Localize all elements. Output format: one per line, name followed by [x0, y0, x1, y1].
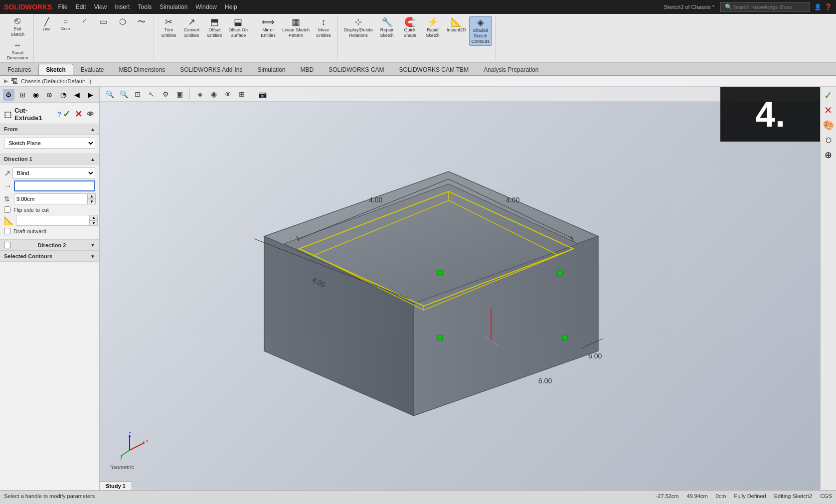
menu-edit[interactable]: Edit — [76, 3, 86, 10]
quick-snaps-button[interactable]: 🧲 QuickSnaps — [399, 16, 421, 40]
panel-icon-pie[interactable]: ◔ — [57, 89, 69, 101]
direction1-type-select[interactable]: Blind — [12, 168, 95, 178]
selected-contours-section-header[interactable]: Selected Contours ▼ — [0, 251, 99, 262]
repair-sketch-button[interactable]: 🔧 RepairSketch — [376, 16, 398, 40]
from-select[interactable]: Sketch Plane — [4, 138, 95, 149]
offset-entities-button[interactable]: ⬒ OffsetEntities — [204, 16, 226, 40]
vp-search-btn[interactable]: 🔍 — [104, 88, 116, 100]
exit-sketch-button[interactable]: ⎋ ExitSketch — [6, 14, 28, 39]
rapid-sketch-button[interactable]: ⚡ RapidSketch — [422, 16, 444, 40]
tab-analysis-prep[interactable]: Analysis Preparation — [476, 64, 546, 75]
flip-side-checkbox[interactable] — [4, 206, 10, 213]
menu-window[interactable]: Window — [195, 3, 217, 10]
vp-display-btn[interactable]: ▣ — [173, 88, 185, 100]
search-input[interactable] — [732, 4, 802, 10]
right-icon-plus[interactable]: ⊕ — [822, 149, 835, 162]
svg-line-27 — [130, 443, 145, 450]
depth-spinbox: 9.00cm ▲ ▼ — [14, 193, 96, 204]
rect-tool-button[interactable]: ▭ — [95, 16, 113, 27]
panel-icon-crosshair[interactable]: ⊕ — [44, 89, 55, 101]
svg-text:4.00: 4.00 — [506, 196, 519, 204]
viewport[interactable]: 🔍 🔍 ⊡ ↖ ⚙ ▣ ◈ ◉ 👁 ⊞ 📷 — [100, 87, 820, 490]
spline-tool-button[interactable]: 〜 — [133, 16, 151, 28]
depth-icon: ⇅ — [4, 195, 10, 203]
help-button[interactable]: ? — [57, 110, 61, 118]
user-icon[interactable]: 👤 — [814, 3, 822, 10]
menu-help[interactable]: Help — [225, 3, 237, 10]
preview-button[interactable]: 👁 — [85, 109, 95, 119]
smart-dimension-button[interactable]: ↔ SmartDimension — [5, 40, 30, 63]
menu-insert[interactable]: Insert — [115, 3, 130, 10]
vp-filter-btn[interactable]: ⊡ — [132, 88, 144, 100]
spin-down-button[interactable]: ▼ — [88, 199, 96, 204]
right-icon-check[interactable]: ✓ — [822, 89, 835, 102]
breadcrumb-arrow[interactable]: ▶ — [4, 78, 8, 84]
direction1-blue-input[interactable] — [14, 180, 95, 191]
help-icon-titlebar[interactable]: ❓ — [825, 3, 832, 10]
direction2-checkbox[interactable] — [4, 242, 10, 248]
panel-icon-properties[interactable]: ⚙ — [3, 89, 14, 101]
toolbar-group-mirror: ⟺ MirrorEntities ▦ Linear SketchPattern … — [254, 15, 338, 61]
instant2d-button[interactable]: 📐 Instant2D — [445, 16, 468, 34]
offset-surface-button[interactable]: ⬓ Offset OnSurface — [227, 16, 250, 40]
vp-select-btn[interactable]: ↖ — [146, 88, 158, 100]
tab-sw-cam-tbm[interactable]: SOLIDWORKS CAM TBM — [392, 64, 477, 75]
vp-render-btn[interactable]: ◉ — [208, 88, 220, 100]
tab-sw-cam[interactable]: SOLIDWORKS CAM — [321, 64, 391, 75]
line-tool-button[interactable]: ╱ Line — [38, 16, 56, 32]
search-bar[interactable]: 🔍 — [720, 2, 810, 12]
confirm-button[interactable]: ✓ — [61, 109, 71, 119]
panel-icon-grid[interactable]: ⊞ — [16, 89, 28, 101]
right-icon-cross[interactable]: ✕ — [822, 104, 835, 117]
menu-tools[interactable]: Tools — [138, 3, 152, 10]
tab-sketch[interactable]: Sketch — [38, 64, 73, 75]
draft-outward-checkbox[interactable] — [4, 228, 10, 234]
vp-camera-btn[interactable]: 📷 — [256, 88, 268, 100]
display-delete-relations-button[interactable]: ⊹ Display/DeleteRelations — [342, 16, 375, 40]
arc-tool-button[interactable]: ◜ — [76, 16, 94, 27]
from-section-header[interactable]: From ▲ — [0, 124, 99, 135]
shaded-sketch-contours-button[interactable]: ◈ ShadedSketchContours — [469, 16, 493, 46]
convert-entities-button[interactable]: ↗ ConvertEntities — [181, 16, 203, 40]
menu-simulation[interactable]: Simulation — [160, 3, 187, 10]
menu-file[interactable]: File — [58, 3, 67, 10]
right-icon-color[interactable]: 🎨 — [822, 119, 835, 132]
angle-spin-up[interactable]: ▲ — [90, 215, 98, 220]
tab-mbd[interactable]: MBD — [293, 64, 322, 75]
right-panel: ✓ ✕ 🎨 ⬡ ⊕ — [820, 87, 836, 490]
tab-solidworks-addins[interactable]: SOLIDWORKS Add-Ins — [172, 64, 250, 75]
vp-search2-btn[interactable]: 🔍 — [118, 88, 130, 100]
linear-sketch-pattern-button[interactable]: ▦ Linear SketchPattern — [280, 16, 312, 40]
direction2-section-header[interactable]: Direction 2 ▼ — [0, 239, 99, 251]
step-number: 4. — [755, 94, 785, 135]
spin-up-button[interactable]: ▲ — [88, 193, 96, 199]
panel-icon-nav-left[interactable]: ◀ — [71, 89, 82, 101]
polygon-tool-button[interactable]: ⬡ — [114, 16, 132, 27]
status-y: 49.94cm — [687, 493, 708, 499]
vp-grid-btn[interactable]: ⊞ — [236, 88, 248, 100]
tab-evaluate[interactable]: Evaluate — [73, 64, 112, 75]
right-icon-hex[interactable]: ⬡ — [822, 134, 835, 147]
panel-icon-circle[interactable]: ◉ — [30, 89, 42, 101]
angle-input[interactable] — [16, 215, 90, 226]
angle-spin-down[interactable]: ▼ — [90, 220, 98, 226]
vp-shading-btn[interactable]: ◈ — [194, 88, 206, 100]
repair-sketch-icon: 🔧 — [381, 17, 392, 26]
tab-simulation[interactable]: Simulation — [250, 64, 293, 75]
depth-input[interactable]: 9.00cm — [14, 193, 88, 204]
trim-icon: ✂ — [165, 17, 172, 26]
study-tab[interactable]: Study 1 — [100, 482, 132, 490]
cancel-button[interactable]: ✕ — [73, 109, 83, 119]
coordinate-triad: X Y Z — [120, 430, 150, 460]
menu-view[interactable]: View — [94, 3, 107, 10]
direction1-section-header[interactable]: Direction 1 ▲ — [0, 154, 99, 165]
circle-tool-button[interactable]: ○ Circle — [57, 16, 75, 32]
panel-icon-nav-right[interactable]: ▶ — [85, 89, 96, 101]
vp-view-btn[interactable]: 👁 — [222, 88, 234, 100]
mirror-entities-button[interactable]: ⟺ MirrorEntities — [257, 16, 279, 40]
tab-mbd-dimensions[interactable]: MBD Dimensions — [111, 64, 172, 75]
move-entities-button[interactable]: ↕ MoveEntities — [313, 16, 334, 40]
tab-features[interactable]: Features — [0, 64, 38, 75]
vp-gear-btn[interactable]: ⚙ — [160, 88, 171, 100]
trim-entities-button[interactable]: ✂ TrimEntities — [158, 16, 180, 40]
